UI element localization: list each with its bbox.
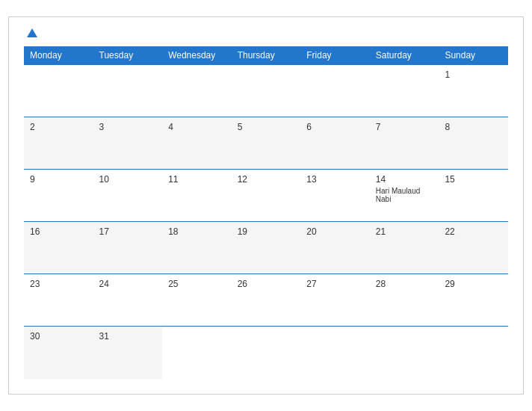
calendar-cell: 27: [300, 274, 370, 327]
calendar-cell: 14Hari Maulaud Nabi: [370, 170, 439, 222]
calendar-cell: [232, 327, 301, 379]
calendar-cell: [300, 327, 370, 379]
day-header-monday: Monday: [24, 46, 93, 65]
calendar-cell: 18: [162, 222, 232, 274]
calendar-cell: 15: [439, 170, 508, 222]
day-number: 8: [445, 122, 502, 132]
calendar-cell: [300, 65, 370, 117]
calendar-cell: [370, 327, 439, 379]
calendar-week-row: 2345678: [24, 117, 508, 170]
day-header-tuesday: Tuesday: [93, 46, 163, 65]
day-number: 20: [306, 226, 364, 237]
day-number: 28: [376, 279, 433, 289]
calendar-header-row: MondayTuesdayWednesdayThursdayFridaySatu…: [24, 46, 508, 65]
day-number: 30: [30, 331, 87, 342]
day-number: 14: [376, 174, 433, 185]
day-number: 11: [168, 174, 226, 185]
day-number: 22: [445, 226, 502, 237]
day-number: 16: [30, 226, 87, 237]
logo: [24, 28, 37, 37]
day-header-thursday: Thursday: [232, 46, 301, 65]
calendar-week-row: 23242526272829: [24, 274, 508, 327]
calendar-cell: 7: [370, 117, 439, 170]
day-header-friday: Friday: [300, 46, 370, 65]
day-header-saturday: Saturday: [370, 46, 439, 65]
day-number: 12: [238, 174, 295, 185]
calendar-cell: [370, 65, 439, 117]
calendar-cell: 6: [300, 117, 370, 170]
calendar-cell: 22: [439, 222, 508, 274]
calendar-grid: MondayTuesdayWednesdayThursdayFridaySatu…: [24, 46, 508, 379]
day-number: 17: [99, 226, 157, 237]
calendar-cell: 24: [93, 274, 163, 327]
day-number: 26: [238, 279, 295, 289]
day-number: 24: [99, 279, 157, 289]
calendar-cell: 8: [439, 117, 508, 170]
calendar-cell: [162, 65, 232, 117]
day-number: 23: [30, 279, 87, 289]
day-number: 10: [99, 174, 157, 185]
calendar-cell: 30: [24, 327, 93, 379]
calendar-cell: 2: [24, 117, 93, 170]
calendar-week-row: 16171819202122: [24, 222, 508, 274]
calendar-cell: [24, 65, 93, 117]
logo-general-text: [24, 28, 37, 37]
calendar-cell: 23: [24, 274, 93, 327]
day-number: 4: [168, 122, 226, 132]
day-number: 13: [306, 174, 364, 185]
day-number: 5: [238, 122, 295, 132]
day-number: 7: [376, 122, 433, 132]
calendar-cell: 28: [370, 274, 439, 327]
day-number: 15: [445, 174, 502, 185]
calendar-cell: 9: [24, 170, 93, 222]
day-number: 25: [168, 279, 226, 289]
calendar-cell: 13: [300, 170, 370, 222]
day-number: 9: [30, 174, 87, 185]
calendar-cell: [162, 327, 232, 379]
day-number: 2: [30, 122, 87, 132]
calendar-week-row: 3031: [24, 327, 508, 379]
holiday-name: Hari Maulaud Nabi: [376, 187, 433, 203]
day-number: 21: [376, 226, 433, 237]
calendar-cell: 5: [232, 117, 301, 170]
calendar-week-row: 91011121314Hari Maulaud Nabi15: [24, 170, 508, 222]
calendar-cell: 26: [232, 274, 301, 327]
day-number: 3: [99, 122, 157, 132]
calendar-cell: [93, 65, 163, 117]
calendar-cell: 3: [93, 117, 163, 170]
calendar-cell: 31: [93, 327, 163, 379]
day-number: 29: [445, 279, 502, 289]
calendar-header: [24, 28, 508, 37]
calendar-cell: 11: [162, 170, 232, 222]
calendar-cell: 29: [439, 274, 508, 327]
day-header-wednesday: Wednesday: [162, 46, 232, 65]
day-number: 19: [238, 226, 295, 237]
calendar-week-row: 1: [24, 65, 508, 117]
calendar-cell: 10: [93, 170, 163, 222]
day-header-sunday: Sunday: [439, 46, 508, 65]
day-number: 31: [99, 331, 157, 342]
calendar-body: 1234567891011121314Hari Maulaud Nabi1516…: [24, 65, 508, 379]
calendar-cell: 21: [370, 222, 439, 274]
day-number: 1: [445, 69, 502, 80]
calendar-container: MondayTuesdayWednesdayThursdayFridaySatu…: [8, 16, 524, 395]
calendar-cell: 4: [162, 117, 232, 170]
calendar-cell: 16: [24, 222, 93, 274]
day-number: 27: [306, 279, 364, 289]
calendar-cell: 19: [232, 222, 301, 274]
day-number: 6: [306, 122, 364, 132]
calendar-cell: [232, 65, 301, 117]
logo-triangle-icon: [27, 28, 37, 37]
day-number: 18: [168, 226, 226, 237]
calendar-cell: 25: [162, 274, 232, 327]
calendar-cell: [439, 327, 508, 379]
calendar-cell: 20: [300, 222, 370, 274]
days-of-week-row: MondayTuesdayWednesdayThursdayFridaySatu…: [24, 46, 508, 65]
calendar-cell: 1: [439, 65, 508, 117]
calendar-cell: 12: [232, 170, 301, 222]
calendar-cell: 17: [93, 222, 163, 274]
